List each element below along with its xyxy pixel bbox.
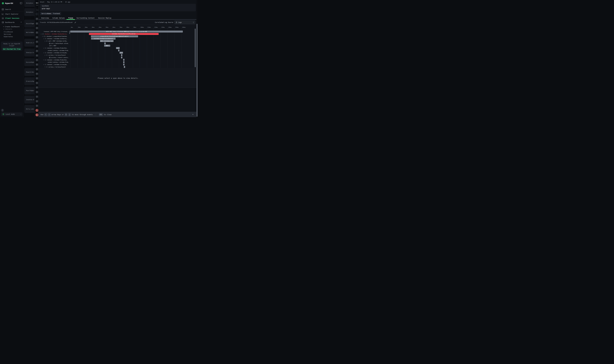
event-row [35, 99, 39, 104]
session-card[interactable]: Walton9@ho [24, 28, 35, 36]
span-bar[interactable]: ( [121, 54, 122, 56]
trace-tree-row[interactable]: ∨(1)checkout | oteldemo.CurrencySe… [43, 64, 67, 66]
chevron-down-icon[interactable]: ∨ [43, 64, 44, 65]
sidebar-item-dashboards[interactable]: Dashboards [0, 20, 24, 24]
location-pin-icon[interactable] [36, 59, 39, 62]
span-bar[interactable]: POST /oteldemo.Cart [100, 40, 114, 42]
tree-scrollbar-thumb[interactable] [69, 31, 70, 34]
span-bar[interactable]: ( [104, 42, 106, 44]
sidebar-item-services[interactable]: Services [4, 33, 11, 35]
span-bar[interactable]: ( [124, 66, 125, 68]
span-bar[interactable]: ( [123, 64, 124, 65]
swap-arrows-icon[interactable] [36, 109, 39, 112]
chevron-down-icon[interactable]: ∨ [43, 38, 44, 39]
close-icon[interactable]: ✕ [192, 113, 194, 116]
session-card[interactable]: Pearl43@ho [24, 87, 35, 94]
span-bar[interactable]: oteldemo.CheckoutService/PlaceOrder [89, 33, 159, 35]
location-pin-icon[interactable] [36, 72, 39, 75]
span-bar[interactable]: otel [116, 47, 120, 49]
trace-tree-row[interactable]: currency | Convert convers… [49, 56, 68, 59]
trace-tree-row[interactable]: ∨(2)checkout | oteldemo.CheckoutServic… [41, 33, 67, 35]
span-bar[interactable]: oteldemo.CartService/GetCart [91, 38, 116, 39]
span-bar[interactable]: ( [123, 59, 124, 61]
panel-scrollbar-thumb[interactable] [197, 24, 197, 117]
session-card[interactable]: Dolly.Lubo [24, 105, 35, 113]
trace-tree-row[interactable]: product-catalog | oteldemo.Prod… [48, 49, 68, 52]
sidebar-item-search[interactable]: Search [0, 7, 24, 11]
collapse-sidebar-icon[interactable] [20, 2, 22, 4]
session-card[interactable]: Deion37@gm [24, 20, 35, 27]
help-button[interactable]: ? [1, 109, 4, 112]
chevron-down-icon[interactable]: ∨ [41, 34, 41, 35]
location-pin-icon[interactable] [36, 22, 39, 25]
trace-tree-row[interactable]: ∨(1)currency | Currency/Convert [45, 66, 66, 68]
sidebar-item-chart-explorer[interactable]: Chart Explorer [0, 12, 24, 16]
log-source-select[interactable]: Logs [174, 21, 195, 24]
presets-toggle[interactable]: PRESETS [3, 28, 12, 30]
session-card[interactable]: Ernesto33@ [24, 77, 35, 85]
trace-tree-row[interactable]: ∨(11)checkout | prepareOrderItemsAnd… [42, 35, 67, 38]
trace-tree-row[interactable]: cart | GetCartAsync called… [49, 42, 68, 45]
chevron-down-icon[interactable]: ∨ [43, 48, 44, 49]
location-pin-icon[interactable] [36, 77, 39, 80]
location-pin-icon[interactable] [36, 63, 39, 66]
trace-tree-row[interactable]: product-catalog | oteldemo.Prod… [48, 61, 68, 64]
span-bar[interactable]: HTTP POST http://frontend:8080/api/check… [70, 31, 183, 32]
chevron-down-icon[interactable]: ∨ [43, 59, 44, 60]
local-mode-button[interactable]: U Local mode › [1, 112, 23, 116]
session-card[interactable]: Kieran92@h [24, 58, 35, 66]
chevron-down-icon[interactable]: ∨ [43, 52, 44, 53]
span-bar[interactable]: ( [118, 50, 119, 52]
sidebar-item-kubernetes[interactable]: Kubernetes [4, 36, 13, 38]
location-pin-icon[interactable] [36, 50, 39, 52]
span-bar[interactable]: otel [119, 52, 123, 54]
session-card[interactable]: Shaniya.Sc [24, 49, 35, 56]
session-card[interactable]: Howard.Run [24, 68, 35, 76]
location-pin-icon[interactable] [36, 100, 39, 103]
location-pin-icon[interactable] [36, 40, 39, 43]
trace-tree-row[interactable]: ∨(1)checkout | oteldemo.CurrencySe… [43, 52, 67, 54]
location-pin-icon[interactable] [36, 54, 39, 57]
location-pin-icon[interactable] [36, 86, 39, 89]
span-bar[interactable]: prepareOrderItemsAndShippingQuoteFromCar… [91, 35, 138, 37]
session-card[interactable]: Jonathan.B [24, 96, 35, 104]
session-detail-strip: Wal Las H [35, 0, 39, 117]
session-card[interactable]: Roderick_S [24, 39, 35, 47]
sidebar-item-clickhouse[interactable]: Clickhouse [4, 31, 13, 33]
session-card[interactable]: Anonymous [24, 8, 35, 16]
events-search-input[interactable] [35, 8, 39, 12]
location-pin-icon[interactable] [36, 68, 39, 71]
sidebar-item-client-sessions[interactable]: Client Sessions [0, 16, 24, 20]
trace-tree-row[interactable]: ∨(1)currency | Currency/Convert [45, 54, 66, 56]
trace-tree-row[interactable]: ∨(1)checkout | oteldemo.ProductCat… [43, 47, 67, 49]
chevron-down-icon[interactable]: ∨ [45, 55, 45, 56]
location-pin-icon[interactable] [36, 104, 39, 107]
span-bar[interactable]: ( [121, 57, 122, 58]
service-name-badge[interactable]: ServiceName: frontend [40, 12, 61, 15]
get-started-button[interactable]: Get Started for Free [2, 48, 21, 51]
highlighted-filter-button[interactable]: H [36, 13, 39, 15]
trace-tree-row[interactable]: ∨(1)checkout | oteldemo.CartServic… [43, 38, 67, 40]
location-pin-icon[interactable] [36, 17, 39, 20]
waterfall-scrollbar-thumb[interactable] [195, 29, 196, 67]
trace-tree-row[interactable]: ∨(1)checkout | oteldemo.ProductCat… [43, 59, 67, 61]
location-pin-icon[interactable] [36, 45, 39, 48]
span-bar[interactable]: ( [123, 61, 124, 63]
location-pin-icon[interactable] [36, 95, 39, 98]
session-card[interactable]: Anonymous [24, 0, 35, 7]
create-dashboard-button[interactable]: + Create Dashboard [3, 26, 19, 27]
trace-tree-row[interactable]: ∨(2)cart | POST /oteldemo.CartSe… [45, 40, 67, 42]
location-pin-icon[interactable] [36, 26, 39, 30]
terminal-icon[interactable] [36, 113, 39, 116]
trace-tree-row[interactable]: cart | HGET [49, 45, 56, 47]
chevron-down-icon[interactable]: ∨ [45, 40, 45, 42]
trace-tree-row[interactable]: frontend | HTTP POST http://frontend:… [44, 30, 68, 33]
chevron-down-icon[interactable]: ∨ [45, 66, 45, 67]
span-bar[interactable]: HGET [104, 45, 110, 47]
location-pin-icon[interactable] [36, 36, 39, 39]
location-pin-icon[interactable] [36, 81, 39, 85]
chevron-down-icon[interactable]: ∨ [42, 36, 43, 37]
location-pin-icon[interactable] [36, 31, 39, 34]
location-pin-icon[interactable] [36, 91, 39, 94]
edit-icon[interactable] [75, 22, 76, 23]
